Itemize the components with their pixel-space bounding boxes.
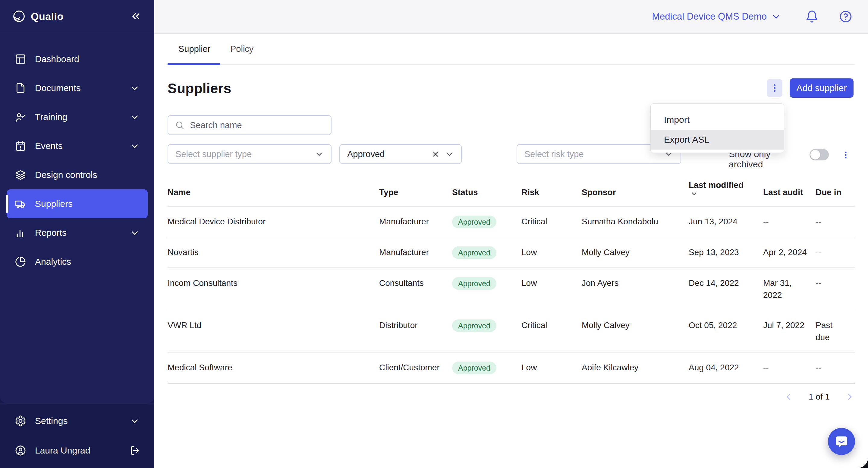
tab-label: Supplier [179, 44, 210, 54]
cell-due-in: -- [815, 268, 855, 310]
cell-name: Incom Consultants [167, 268, 379, 310]
cell-risk: Low [521, 352, 582, 383]
table-options-kebab-button[interactable] [840, 148, 852, 162]
menu-item-import[interactable]: Import [651, 110, 784, 130]
sidebar-item-dashboard[interactable]: Dashboard [7, 45, 148, 74]
column-header-due-in[interactable]: Due in [815, 175, 855, 206]
chevron-down-icon [130, 228, 140, 238]
cell-last-modified: Oct 05, 2022 [689, 310, 763, 352]
chevron-down-icon [445, 150, 454, 158]
cell-risk: Low [521, 237, 582, 268]
cell-risk: Low [521, 268, 582, 310]
workspace-switcher[interactable]: Medical Device QMS Demo [652, 11, 781, 22]
sort-chevron-icon [690, 190, 698, 197]
topbar: Medical Device QMS Demo [154, 0, 868, 34]
table-row[interactable]: VWR Ltd Distributor Approved Critical Mo… [167, 310, 855, 352]
archived-toggle[interactable] [809, 149, 829, 160]
chevron-down-icon [771, 11, 781, 22]
document-icon [14, 82, 27, 94]
status-select[interactable]: Approved [339, 144, 462, 164]
workspace-name: Medical Device QMS Demo [652, 11, 767, 22]
gear-icon [14, 415, 27, 427]
chevron-down-icon [315, 150, 324, 158]
column-header-label: Last modified [689, 180, 744, 190]
status-badge: Approved [452, 246, 496, 259]
column-header-last-audit[interactable]: Last audit [763, 175, 815, 206]
clear-filter-icon[interactable] [431, 150, 440, 158]
cell-last-audit: Apr 2, 2024 [763, 237, 815, 268]
supplier-type-select[interactable]: Select supplier type [167, 144, 332, 164]
column-header-status[interactable]: Status [452, 175, 521, 206]
cell-risk: Critical [521, 310, 582, 352]
sidebar-item-training[interactable]: Training [7, 103, 148, 131]
help-icon[interactable] [839, 10, 852, 23]
logout-icon[interactable] [130, 445, 140, 456]
search-input[interactable] [190, 120, 324, 130]
sidebar-item-label: Settings [35, 416, 67, 426]
table-row[interactable]: Incom Consultants Consultants Approved L… [167, 268, 855, 310]
user-name-label: Laura Ungrad [35, 445, 90, 456]
column-header-last-modified[interactable]: Last modified [689, 175, 763, 206]
sidebar-item-documents[interactable]: Documents [7, 74, 148, 103]
cell-status: Approved [452, 268, 521, 310]
table-row[interactable]: Novartis Manufacturer Approved Low Molly… [167, 237, 855, 268]
chat-smile-icon [834, 434, 849, 449]
cell-last-modified: Dec 14, 2022 [689, 268, 763, 310]
next-page-icon[interactable] [844, 392, 855, 402]
column-header-risk[interactable]: Risk [521, 175, 582, 206]
sidebar-item-design-controls[interactable]: Design controls [7, 160, 148, 189]
column-header-name[interactable]: Name [167, 175, 379, 206]
cell-last-audit: -- [763, 352, 815, 383]
sidebar-item-suppliers[interactable]: Suppliers [7, 189, 148, 218]
cell-due-in: -- [815, 206, 855, 237]
pagination: 1 of 1 [784, 388, 855, 405]
notifications-bell-icon[interactable] [805, 10, 818, 23]
search-box [167, 115, 332, 135]
cell-status: Approved [452, 237, 521, 268]
table-row[interactable]: Medical Device Distributor Manufacturer … [167, 206, 855, 237]
tab-bar: Supplier Policy [167, 34, 855, 64]
sidebar-item-label: Documents [35, 83, 81, 93]
sidebar-item-events[interactable]: Events [7, 131, 148, 160]
table-row[interactable]: Medical Software Client/Customer Approve… [167, 352, 855, 383]
cell-type: Consultants [379, 268, 452, 310]
page-actions-menu: Import Export ASL [650, 104, 784, 153]
sidebar-item-reports[interactable]: Reports [7, 218, 148, 247]
tab-supplier[interactable]: Supplier [179, 34, 210, 64]
cell-status: Approved [452, 310, 521, 352]
add-supplier-button[interactable]: Add supplier [789, 79, 854, 98]
cell-type: Manufacturer [379, 237, 452, 268]
sidebar-item-user[interactable]: Laura Ungrad [7, 437, 148, 464]
menu-item-export-asl[interactable]: Export ASL [651, 130, 784, 150]
sidebar-footer: Settings Laura Ungrad [0, 403, 154, 468]
chat-bubble-button[interactable] [828, 428, 855, 455]
chevron-down-icon [130, 141, 140, 151]
pie-chart-icon [14, 256, 27, 268]
sidebar-item-settings[interactable]: Settings [7, 407, 148, 435]
truck-icon [14, 198, 27, 210]
cell-name: Medical Software [167, 352, 379, 383]
sidebar-item-label: Events [35, 141, 63, 151]
column-header-sponsor[interactable]: Sponsor [582, 175, 689, 206]
qualio-logo-icon [12, 9, 26, 23]
sidebar-logo-row: Qualio [0, 0, 154, 33]
bar-chart-icon [14, 227, 27, 239]
sidebar-item-label: Analytics [35, 257, 71, 267]
tab-policy[interactable]: Policy [230, 34, 253, 64]
page-actions-kebab-button[interactable] [767, 79, 782, 97]
previous-page-icon[interactable] [784, 392, 794, 402]
page-indicator: 1 of 1 [809, 392, 830, 402]
sidebar-item-analytics[interactable]: Analytics [7, 247, 148, 276]
user-avatar-icon [14, 444, 27, 457]
status-badge: Approved [452, 361, 496, 374]
column-header-type[interactable]: Type [379, 175, 452, 206]
cell-last-modified: Sep 13, 2023 [689, 237, 763, 268]
cell-last-modified: Jun 13, 2024 [689, 206, 763, 237]
logo-text: Qualio [31, 10, 64, 22]
layers-icon [14, 169, 27, 181]
tab-label: Policy [230, 44, 253, 54]
table-header-row: Name Type Status Risk Sponsor Last modif… [167, 175, 855, 206]
sidebar-item-label: Suppliers [35, 199, 73, 209]
sidebar-collapse-button[interactable] [129, 10, 142, 23]
cell-due-in: -- [815, 352, 855, 383]
